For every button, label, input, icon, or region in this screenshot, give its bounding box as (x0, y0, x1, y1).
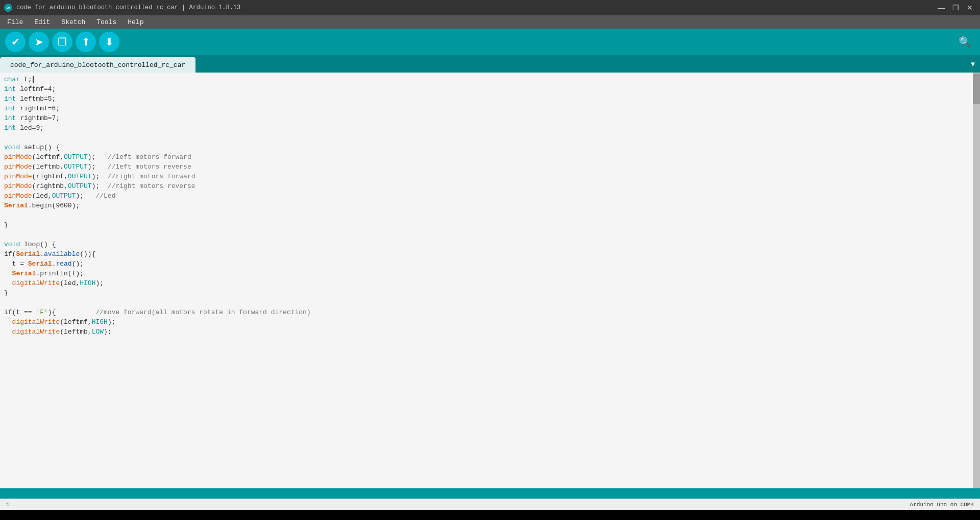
code-line-19[interactable]: if(Serial.available()){ (0, 249, 973, 259)
minimize-button[interactable]: — (935, 2, 947, 14)
new-button[interactable]: ❐ (52, 32, 72, 52)
menu-edit[interactable]: Edit (29, 17, 55, 27)
code-line-7[interactable] (0, 133, 973, 143)
toolbar: ✔ ➤ ❐ ⬆ ⬇ 🔍 (0, 29, 980, 55)
code-line-6[interactable]: int led=9; (0, 123, 973, 133)
code-line-22[interactable]: digitalWrite(led,HIGH); (0, 278, 973, 288)
code-line-14[interactable]: Serial.begin(9600); (0, 201, 973, 210)
menu-bar: File Edit Sketch Tools Help (0, 15, 980, 29)
search-button[interactable]: 🔍 (954, 32, 975, 52)
tab-bar: code_for_arduino_blootooth_controlled_rc… (0, 55, 980, 73)
code-line-5[interactable]: int rightmb=7; (0, 113, 973, 123)
bottom-bar (0, 488, 980, 499)
code-line-12[interactable]: pinMode(rightmb,OUTPUT); //right motors … (0, 181, 973, 191)
menu-tools[interactable]: Tools (91, 17, 121, 27)
app-icon: ∞ (4, 4, 12, 12)
verify-button[interactable]: ✔ (5, 32, 26, 52)
code-line-17[interactable] (0, 230, 973, 240)
window-title: code_for_arduino_blootooth_controlled_rc… (16, 4, 931, 11)
menu-sketch[interactable]: Sketch (56, 17, 90, 27)
code-line-4[interactable]: int rightmf=6; (0, 104, 973, 113)
window-controls: — ❐ ✕ (935, 2, 976, 14)
code-line-1[interactable]: char t; (0, 75, 973, 84)
code-line-8[interactable]: void setup() { (0, 143, 973, 152)
code-line-11[interactable]: pinMode(rightmf,OUTPUT); //right motors … (0, 172, 973, 181)
save-button[interactable]: ⬇ (99, 32, 119, 52)
code-line-10[interactable]: pinMode(leftmb,OUTPUT); //left motors re… (0, 162, 973, 172)
close-button[interactable]: ✕ (964, 2, 976, 14)
editor-container: char t; int leftmf=4; int leftmb=5; int … (0, 73, 980, 488)
black-area (0, 510, 980, 520)
maximize-button[interactable]: ❐ (949, 2, 962, 14)
board-info: Arduino Uno on COM4 (910, 502, 974, 508)
code-line-15[interactable] (0, 210, 973, 220)
tab-dropdown-button[interactable]: ▼ (966, 55, 980, 73)
title-bar: ∞ code_for_arduino_blootooth_controlled_… (0, 0, 980, 15)
code-line-20[interactable]: t = Serial.read(); (0, 259, 973, 269)
tab-label: code_for_arduino_blootooth_controlled_rc… (10, 61, 185, 69)
active-tab[interactable]: code_for_arduino_blootooth_controlled_rc… (0, 57, 195, 73)
status-bar: 1 Arduino Uno on COM4 (0, 499, 980, 510)
code-line-3[interactable]: int leftmb=5; (0, 94, 973, 104)
code-line-23[interactable]: } (0, 288, 973, 298)
code-line-21[interactable]: Serial.println(t); (0, 269, 973, 278)
open-button[interactable]: ⬆ (76, 32, 96, 52)
code-line-26[interactable]: digitalWrite(leftmf,HIGH); (0, 317, 973, 327)
scrollbar-thumb[interactable] (973, 74, 980, 104)
code-line-25[interactable]: if(t == 'F'){ //move forward(all motors … (0, 308, 973, 317)
code-line-13[interactable]: pinMode(led,OUTPUT); //Led (0, 191, 973, 201)
vertical-scrollbar[interactable] (973, 73, 980, 488)
code-line-16[interactable]: } (0, 220, 973, 230)
code-line-2[interactable]: int leftmf=4; (0, 84, 973, 94)
line-number: 1 (6, 502, 10, 508)
code-line-18[interactable]: void loop() { (0, 240, 973, 249)
code-line-9[interactable]: pinMode(leftmf,OUTPUT); //left motors fo… (0, 152, 973, 162)
editor-content[interactable]: char t; int leftmf=4; int leftmb=5; int … (0, 73, 973, 488)
text-cursor (33, 76, 34, 83)
upload-button[interactable]: ➤ (29, 32, 49, 52)
code-line-24[interactable] (0, 298, 973, 308)
code-line-27[interactable]: digitalWrite(leftmb,LOW); (0, 327, 973, 337)
menu-file[interactable]: File (2, 17, 28, 27)
menu-help[interactable]: Help (122, 17, 149, 27)
